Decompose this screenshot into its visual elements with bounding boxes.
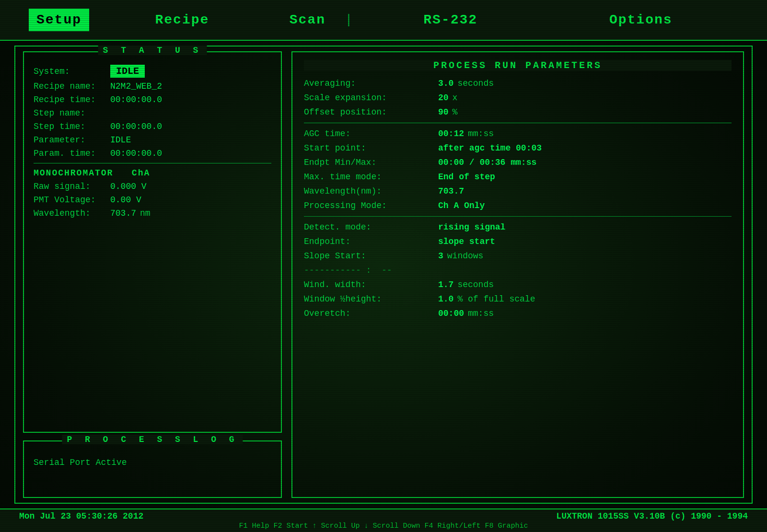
slope-start-unit: windows: [447, 251, 484, 261]
dashed-row: ----------- : --: [304, 266, 732, 275]
offset-position-row: Offset position: 90 %: [304, 107, 732, 117]
left-panel: S T A T U S System: IDLE Recipe name: N2…: [23, 51, 282, 498]
system-row: System: IDLE: [34, 65, 271, 78]
endpoint-row: Endpoint: slope start: [304, 237, 732, 246]
wind-width-row: Wind. width: 1.7 seconds: [304, 280, 732, 289]
param-time-value: 00:00:00.0: [110, 149, 162, 158]
recipe-name-label: Recipe name:: [34, 81, 110, 91]
scale-expansion-row: Scale expansion: 20 x: [304, 93, 732, 103]
wavelength-nm-row: Wavelength(nm): 703.7: [304, 186, 732, 196]
agc-time-label: AGC time:: [304, 129, 438, 139]
max-time-mode-label: Max. time mode:: [304, 172, 438, 182]
pmt-voltage-row: PMT Voltage: 0.00 V: [34, 195, 271, 205]
parameter-row: Parameter: IDLE: [34, 135, 271, 145]
status-box: S T A T U S System: IDLE Recipe name: N2…: [23, 51, 282, 433]
agc-time-row: AGC time: 00:12 mm:ss: [304, 129, 732, 139]
overetch-row: Overetch: 00:00 mm:ss: [304, 309, 732, 318]
wavelength-unit: nm: [140, 208, 151, 218]
window-halfheight-label: Window ½height:: [304, 294, 438, 304]
wavelength-nm-label: Wavelength(nm):: [304, 186, 438, 196]
overetch-value: 00:00: [438, 309, 464, 318]
right-panel: PROCESS RUN PARAMETERS Averaging: 3.0 se…: [291, 51, 744, 498]
wind-width-unit: seconds: [457, 280, 494, 289]
system-value: IDLE: [110, 65, 145, 78]
slope-start-label: Slope Start:: [304, 251, 438, 261]
menu-scan[interactable]: Scan: [275, 9, 340, 31]
processing-mode-row: Processing Mode: Ch A Only: [304, 201, 732, 210]
pmt-voltage-label: PMT Voltage:: [34, 195, 110, 205]
averaging-value: 3.0: [438, 79, 453, 88]
menu-recipe[interactable]: Recipe: [140, 9, 223, 31]
wavelength-row: Wavelength: 703.7 nm: [34, 208, 271, 218]
scale-expansion-unit: x: [453, 93, 458, 103]
recipe-time-label: Recipe time:: [34, 95, 110, 104]
endpt-minmax-label: Endpt Min/Max:: [304, 158, 438, 167]
menu-setup[interactable]: Setup: [29, 9, 89, 31]
raw-signal-value: 0.000 V: [110, 182, 147, 191]
system-label: System:: [34, 67, 110, 76]
wavelength-value: 703.7: [110, 208, 136, 218]
step-time-value: 00:00:00.0: [110, 122, 162, 131]
start-point-label: Start point:: [304, 143, 438, 153]
window-halfheight-row: Window ½height: 1.0 % of full scale: [304, 294, 732, 304]
raw-signal-label: Raw signal:: [34, 182, 110, 191]
recipe-name-row: Recipe name: N2M2_WEB_2: [34, 81, 271, 91]
recipe-name-value: N2M2_WEB_2: [110, 81, 162, 91]
raw-signal-row: Raw signal: 0.000 V: [34, 182, 271, 191]
offset-position-value: 90: [438, 107, 449, 117]
process-log-message: Serial Port Active: [34, 458, 271, 467]
averaging-row: Averaging: 3.0 seconds: [304, 79, 732, 88]
wind-width-label: Wind. width:: [304, 280, 438, 289]
recipe-time-value: 00:00:00.0: [110, 95, 162, 104]
endpt-minmax-row: Endpt Min/Max: 00:00 / 00:36 mm:ss: [304, 158, 732, 167]
step-name-row: Step name:: [34, 108, 271, 118]
statusbar: Mon Jul 23 05:30:26 2012 LUXTRON 1015SS …: [0, 509, 767, 532]
separator: |: [340, 12, 358, 27]
content-area: S T A T U S System: IDLE Recipe name: N2…: [23, 51, 744, 498]
step-time-label: Step time:: [34, 122, 110, 131]
statusbar-datetime: Mon Jul 23 05:30:26 2012: [19, 511, 143, 521]
param-time-label: Param. time:: [34, 149, 110, 158]
detect-mode-row: Detect. mode: rising signal: [304, 222, 732, 232]
statusbar-top: Mon Jul 23 05:30:26 2012 LUXTRON 1015SS …: [19, 511, 748, 521]
recipe-time-row: Recipe time: 00:00:00.0: [34, 95, 271, 104]
statusbar-brand: LUXTRON 1015SS V3.10B (c) 1990 - 1994: [556, 511, 748, 521]
start-point-value: after agc time 00:03: [438, 143, 542, 153]
parameter-label: Parameter:: [34, 135, 110, 145]
overetch-label: Overetch:: [304, 309, 438, 318]
offset-position-unit: %: [453, 107, 458, 117]
process-run-title: PROCESS RUN PARAMETERS: [304, 60, 732, 71]
wind-width-value: 1.7: [438, 280, 453, 289]
agc-time-value: 00:12: [438, 129, 464, 139]
screen: Setup Recipe Scan | RS-232 Options S T A…: [0, 0, 767, 532]
offset-position-label: Offset position:: [304, 107, 438, 117]
wavelength-nm-value: 703.7: [438, 186, 464, 196]
wavelength-label: Wavelength:: [34, 208, 110, 218]
scale-expansion-value: 20: [438, 93, 449, 103]
window-halfheight-unit: % of full scale: [457, 294, 535, 304]
menubar: Setup Recipe Scan | RS-232 Options: [0, 0, 767, 41]
processing-mode-label: Processing Mode:: [304, 201, 438, 210]
detect-mode-value: rising signal: [438, 222, 505, 232]
detect-mode-label: Detect. mode:: [304, 222, 438, 232]
monochromator-title: MONOCHROMATOR ChA: [34, 168, 271, 178]
max-time-mode-value: End of step: [438, 172, 495, 182]
endpoint-value: slope start: [438, 237, 495, 246]
step-name-label: Step name:: [34, 108, 110, 118]
start-point-row: Start point: after agc time 00:03: [304, 143, 732, 153]
statusbar-keys: F1 Help F2 Start ↑ Scroll Up ↓ Scroll Do…: [19, 522, 748, 530]
main-border: S T A T U S System: IDLE Recipe name: N2…: [14, 46, 753, 504]
averaging-label: Averaging:: [304, 79, 438, 88]
endpoint-label: Endpoint:: [304, 237, 438, 246]
overetch-unit: mm:ss: [468, 309, 494, 318]
max-time-mode-row: Max. time mode: End of step: [304, 172, 732, 182]
menu-rs232[interactable]: RS-232: [409, 9, 492, 31]
process-log-title: P R O C E S S L O G: [62, 435, 243, 444]
process-log-box: P R O C E S S L O G Serial Port Active: [23, 440, 282, 498]
agc-time-unit: mm:ss: [468, 129, 494, 139]
parameter-value: IDLE: [110, 135, 131, 145]
scale-expansion-label: Scale expansion:: [304, 93, 438, 103]
slope-start-value: 3: [438, 251, 443, 261]
menu-options[interactable]: Options: [595, 9, 687, 31]
endpt-minmax-value: 00:00 / 00:36 mm:ss: [438, 158, 536, 167]
